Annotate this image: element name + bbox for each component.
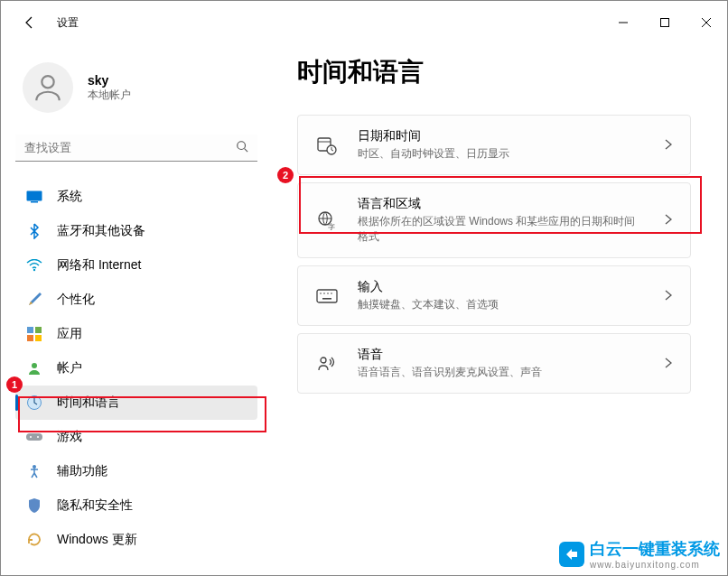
svg-text:字: 字 [328, 223, 335, 230]
svg-point-17 [33, 465, 36, 469]
clock-globe-icon [26, 395, 42, 411]
brush-icon [26, 292, 42, 308]
watermark: 白云一键重装系统 www.baiyunxitong.com [559, 538, 720, 570]
svg-rect-28 [322, 298, 331, 300]
card-subtitle: 触摸键盘、文本建议、首选项 [358, 297, 645, 312]
watermark-url: www.baiyunxitong.com [590, 560, 720, 570]
svg-point-26 [327, 293, 329, 294]
sidebar-item-label: 个性化 [57, 292, 95, 308]
sidebar-item-label: 辅助功能 [57, 463, 107, 479]
card-title: 语言和区域 [358, 196, 645, 212]
card-subtitle: 时区、自动时钟设置、日历显示 [358, 146, 645, 162]
chevron-right-icon [665, 356, 672, 372]
bluetooth-icon [26, 223, 42, 239]
svg-rect-11 [35, 335, 42, 341]
card-subtitle: 根据你所在的区域设置 Windows 和某些应用的日期和时间格式 [358, 214, 645, 245]
sidebar-item-label: Windows 更新 [57, 532, 137, 548]
card-typing[interactable]: 输入 触摸键盘、文本建议、首选项 [297, 265, 691, 326]
accounts-icon [26, 360, 42, 376]
sidebar-item-privacy[interactable]: 隐私和安全性 [15, 488, 257, 523]
svg-rect-8 [27, 327, 33, 333]
svg-point-24 [320, 293, 322, 294]
update-icon [26, 532, 42, 548]
svg-point-29 [321, 358, 326, 363]
system-icon [26, 189, 42, 205]
svg-rect-23 [317, 290, 337, 302]
sidebar-item-system[interactable]: 系统 [15, 180, 257, 214]
sidebar-item-time-language[interactable]: 时间和语言 [15, 386, 257, 420]
search-input[interactable] [24, 141, 236, 154]
sidebar-item-label: 系统 [57, 189, 82, 205]
sidebar-item-update[interactable]: Windows 更新 [15, 523, 257, 557]
back-button[interactable] [19, 12, 41, 33]
search-box[interactable] [15, 135, 257, 162]
watermark-title: 白云一键重装系统 [590, 540, 720, 558]
card-title: 语音 [358, 347, 645, 363]
svg-rect-14 [26, 433, 42, 441]
maximize-button[interactable] [644, 8, 686, 37]
page-title: 时间和语言 [297, 55, 691, 89]
speech-icon [316, 353, 338, 375]
watermark-icon [559, 542, 584, 567]
card-date-time[interactable]: 日期和时间 时区、自动时钟设置、日历显示 [297, 115, 691, 175]
wifi-icon [26, 257, 42, 274]
gaming-icon [26, 429, 42, 445]
sidebar-item-apps[interactable]: 应用 [15, 317, 257, 351]
svg-point-16 [37, 436, 39, 438]
svg-rect-5 [27, 191, 42, 201]
card-speech[interactable]: 语音 语音语言、语音识别麦克风设置、声音 [297, 333, 691, 394]
user-name: sky [88, 73, 131, 88]
svg-rect-9 [35, 327, 42, 333]
shield-icon [26, 497, 42, 514]
apps-icon [26, 326, 42, 342]
svg-point-27 [331, 293, 332, 294]
sidebar-item-accessibility[interactable]: 辅助功能 [15, 454, 257, 488]
svg-point-25 [323, 293, 325, 294]
search-icon [236, 140, 248, 155]
svg-line-4 [245, 149, 248, 153]
sidebar-item-label: 时间和语言 [57, 395, 120, 411]
chevron-right-icon [665, 137, 672, 153]
sidebar-item-personalization[interactable]: 个性化 [15, 283, 257, 317]
avatar [23, 62, 73, 113]
sidebar-item-label: 应用 [57, 326, 82, 342]
user-block[interactable]: sky 本地帐户 [23, 62, 257, 113]
svg-rect-10 [27, 335, 33, 341]
svg-point-12 [32, 363, 37, 368]
app-title: 设置 [57, 15, 79, 31]
sidebar-item-label: 帐户 [57, 360, 82, 376]
card-language-region[interactable]: 字 语言和区域 根据你所在的区域设置 Windows 和某些应用的日期和时间格式 [297, 182, 691, 258]
chevron-right-icon [665, 212, 672, 228]
annotation-1-badge: 1 [6, 376, 23, 393]
sidebar-item-accounts[interactable]: 帐户 [15, 351, 257, 386]
sidebar-item-label: 网络和 Internet [57, 257, 141, 274]
sidebar-item-network[interactable]: 网络和 Internet [15, 248, 257, 283]
keyboard-icon [316, 285, 338, 307]
card-title: 输入 [358, 279, 645, 295]
globe-language-icon: 字 [316, 209, 338, 231]
svg-point-7 [33, 269, 35, 271]
svg-rect-1 [661, 19, 669, 27]
sidebar-item-bluetooth[interactable]: 蓝牙和其他设备 [15, 214, 257, 248]
svg-rect-6 [31, 201, 38, 203]
minimize-button[interactable] [602, 8, 644, 37]
sidebar-item-label: 蓝牙和其他设备 [57, 223, 145, 239]
chevron-right-icon [665, 288, 672, 304]
sidebar-item-label: 游戏 [57, 429, 82, 445]
annotation-2-badge: 2 [277, 167, 294, 183]
user-subtitle: 本地帐户 [88, 88, 131, 103]
svg-point-3 [238, 142, 246, 150]
sidebar-item-gaming[interactable]: 游戏 [15, 420, 257, 454]
svg-point-15 [30, 436, 32, 438]
svg-point-2 [42, 76, 53, 88]
accessibility-icon [26, 463, 42, 479]
card-title: 日期和时间 [358, 128, 645, 144]
close-button[interactable] [686, 8, 727, 37]
card-subtitle: 语音语言、语音识别麦克风设置、声音 [358, 365, 645, 380]
sidebar-item-label: 隐私和安全性 [57, 497, 133, 514]
calendar-clock-icon [316, 135, 338, 156]
